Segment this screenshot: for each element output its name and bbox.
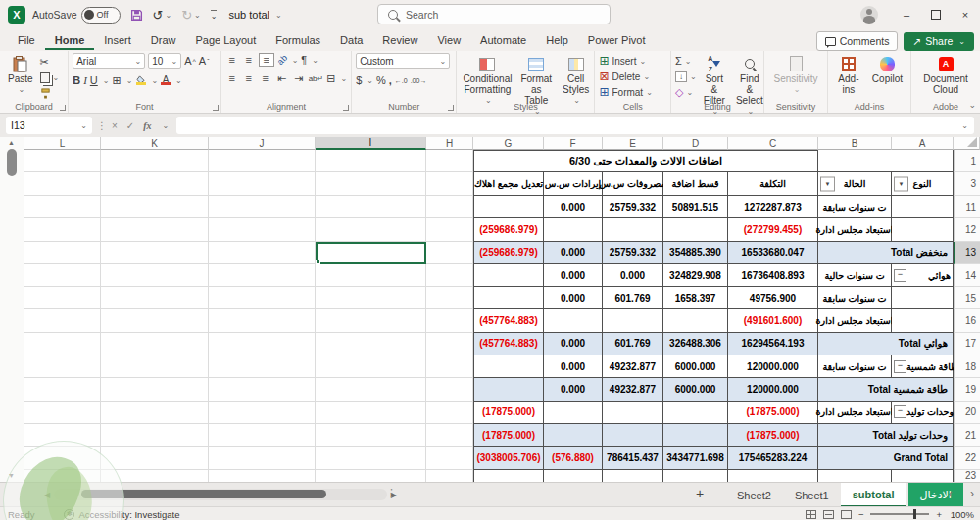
cell-E15[interactable]: 601.769 [603,287,663,309]
cell-G22[interactable]: (3038005.706) [473,447,544,469]
cell-C15[interactable]: 49756.900 [728,287,818,309]
cell-H14[interactable] [426,264,473,287]
sheet-tab-Sheet2[interactable]: Sheet2 [725,483,783,507]
cell-H19[interactable] [426,378,473,401]
cell-G23[interactable] [473,470,544,482]
cell-J21[interactable] [209,424,316,447]
collapse-ribbon-button[interactable]: ⌄ [968,100,976,110]
cell-H18[interactable] [426,355,473,378]
column-header-D[interactable]: D [663,137,728,150]
cell-H3[interactable] [426,172,473,196]
cell-C22[interactable]: 175465283.224 [728,447,818,469]
cell-D19[interactable]: 6000.000 [663,378,728,401]
collapse-outline-button[interactable]: − [894,405,906,418]
row-header-20[interactable]: 20 [954,402,980,424]
cell-J17[interactable] [209,333,316,355]
cell-F13[interactable]: 0.000 [544,242,603,264]
cell-C12[interactable]: (272799.455) [728,218,818,241]
cell-I23[interactable] [316,470,426,482]
cell-J12[interactable] [209,218,316,241]
row-header-21[interactable]: 21 [954,424,980,447]
cell-C13[interactable]: 16533680.047 [728,242,818,264]
cell-L14[interactable] [24,264,101,287]
cell-BA17[interactable]: هوائي Total [818,333,954,355]
cell-B11[interactable]: ت سنوات سابقة [818,196,892,218]
autosave-toggle[interactable]: Off [81,7,121,24]
cell-H13[interactable] [426,242,473,264]
cell-K1[interactable] [101,150,209,172]
cell-A15[interactable] [892,287,954,309]
cell-K15[interactable] [101,287,209,309]
cell-K17[interactable] [101,333,209,355]
select-all-corner[interactable] [954,137,980,150]
cell-F22[interactable]: (576.880) [544,447,603,469]
format-cells-button[interactable]: ⊞Format⌄ [599,85,652,99]
cell-G12[interactable]: (259686.979) [473,218,544,241]
cell-J18[interactable] [209,355,316,378]
cell-J14[interactable] [209,264,316,287]
cell-BA13[interactable]: منخفض Total [818,242,954,264]
cell-B12[interactable]: استبعاد مجلس ادارة [818,218,892,241]
row-header-16[interactable]: 16 [954,309,980,332]
cell-F12[interactable] [544,218,603,241]
tab-view[interactable]: View [427,31,470,50]
increase-decimal-button[interactable]: ←.0 [395,73,408,87]
tab-automate[interactable]: Automate [470,31,536,50]
row-header-1[interactable]: 1 [954,150,980,172]
cell-J13[interactable] [209,242,316,264]
quick-access-overflow-button[interactable]: ⌄ [211,10,218,21]
bottom-align-button[interactable]: ≡ [259,53,274,67]
cell-H15[interactable] [426,287,473,309]
cell-K21[interactable] [101,424,209,447]
column-header-H[interactable]: H [426,137,473,150]
cell-J19[interactable] [209,378,316,401]
column-header-K[interactable]: K [101,137,209,150]
formula-input[interactable]: ⌄ [176,117,974,134]
cell-B15[interactable]: ت سنوات سابقة [818,287,892,309]
cell-K3[interactable] [101,172,209,196]
account-avatar[interactable] [860,6,878,24]
cell-D20[interactable] [663,402,728,424]
collapse-outline-button[interactable]: − [894,360,906,373]
cell-E18[interactable]: 49232.877 [603,355,663,378]
cell-E3[interactable]: مصروفات س.س [603,172,663,196]
zoom-slider[interactable] [870,513,929,515]
filter-button-B[interactable]: ▼ [820,176,835,191]
cell-H20[interactable] [426,402,473,424]
cell-H17[interactable] [426,333,473,355]
cell-C17[interactable]: 16294564.193 [728,333,818,355]
cell-A14[interactable]: −هوائي [892,264,954,287]
cell-C23[interactable] [728,470,818,482]
number-dialog-launcher[interactable] [448,105,454,111]
cell-G13[interactable]: (259686.979) [473,242,544,264]
undo-button[interactable]: ↺⌄ [153,8,172,23]
column-header-B[interactable]: B [818,137,892,150]
font-size-combo[interactable]: 10⌄ [148,53,181,69]
cell-F20[interactable] [544,402,603,424]
cell-BA21[interactable]: وحدات توليد Total [818,424,954,447]
column-header-E[interactable]: E [603,137,663,150]
column-header-G[interactable]: G [473,137,544,150]
row-header-18[interactable]: 18 [954,355,980,378]
row-header-15[interactable]: 15 [954,287,980,309]
cell-F18[interactable]: 0.000 [544,355,603,378]
tab-page-layout[interactable]: Page Layout [185,31,266,50]
tab-home[interactable]: Home [45,31,95,50]
cell-L1[interactable] [24,150,101,172]
minimize-button[interactable]: – [892,0,921,29]
cell-I22[interactable] [316,447,426,469]
document-title[interactable]: sub total ⌄ [228,9,281,21]
comma-style-button[interactable]: , [389,73,392,87]
autosave-control[interactable]: AutoSave Off [32,7,121,24]
cell-E22[interactable]: 786415.437 [603,447,663,469]
normal-view-button[interactable] [806,510,816,519]
close-button[interactable]: × [951,0,980,29]
row-header-12[interactable]: 12 [954,218,980,241]
cell-L12[interactable] [24,218,101,241]
tab-draw[interactable]: Draw [141,31,186,50]
cell-B3[interactable]: الحالة▼ [818,172,892,196]
cell-L19[interactable] [24,378,101,401]
scroll-up-icon[interactable]: ▲ [8,139,15,146]
cell-I13[interactable] [316,242,426,264]
decrease-indent-button[interactable]: ⇤ [275,72,289,85]
